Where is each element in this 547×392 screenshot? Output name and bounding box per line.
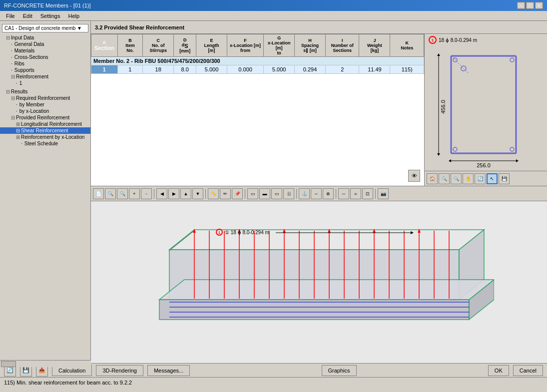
cell-stirrups: 18 (143, 65, 174, 74)
tool-anchor[interactable]: ⚓ (299, 188, 310, 199)
tool-rect3[interactable]: ▭ (271, 188, 282, 199)
sidebar-required-reinforcement[interactable]: ⊟ Required Reinforcement (0, 95, 90, 101)
cell-ds: 8.0 (174, 65, 196, 74)
sidebar-shear-reinforcement[interactable]: ⊟ Shear Reinforcement (0, 127, 90, 134)
tool-pan-up[interactable]: ▲ (180, 188, 191, 199)
beam-annotation: 1 ① 18 ϕ 8.0-0.294 m (216, 229, 269, 236)
sidebar-scrollbar[interactable] (0, 360, 91, 367)
tool-edit[interactable]: ✏ (220, 188, 231, 199)
tool-zoom-in[interactable]: + (129, 188, 140, 199)
cross-section-svg: 256.0 456.0 (436, 48, 536, 168)
sidebar-input-data[interactable]: ⊟ Input Data (0, 34, 90, 41)
col-i-header: INumber ofSections (325, 34, 359, 57)
tool-zoom-window[interactable]: 🔍 (105, 188, 116, 199)
col-g-header: Gx-Location [m]to (264, 34, 295, 57)
beam-3d-svg (144, 220, 494, 345)
reinforcement-table: ASection BItemNo. CNo. ofStirrups DdS[mm… (91, 34, 424, 74)
menu-bar: File Edit Settings Help (0, 11, 547, 21)
svg-text:456.0: 456.0 (440, 100, 446, 114)
tool-rect1[interactable]: ▭ (247, 188, 258, 199)
close-button[interactable]: × (535, 2, 543, 9)
eye-button[interactable]: 👁 (408, 170, 420, 182)
messages-button[interactable]: Messages... (147, 365, 190, 376)
cell-section: 1 (91, 65, 118, 74)
sidebar-results[interactable]: ⊟ Results (0, 88, 90, 95)
col-k-header: KNotes (390, 34, 424, 57)
col-f-header: Fx-Location [m]from (227, 34, 264, 57)
tool-camera[interactable]: 📷 (378, 188, 389, 199)
case-dropdown[interactable]: CA1 - Design of concrete memb ▼ (2, 24, 88, 32)
tool-snap[interactable]: ⊕ (323, 188, 334, 199)
status-bar: 115) Min. shear reinforcement for beam a… (0, 377, 547, 387)
col-j-header: JWeight[kg] (359, 34, 390, 57)
menu-help[interactable]: Help (64, 12, 83, 20)
menu-file[interactable]: File (2, 12, 19, 20)
tool-zoom-out[interactable]: - (141, 188, 152, 199)
tool-minus[interactable]: ─ (338, 188, 349, 199)
graphics-button[interactable]: Graphics (322, 365, 357, 376)
sidebar: CA1 - Design of concrete memb ▼ ⊟ Input … (0, 21, 91, 363)
tool-measure[interactable]: 📏 (208, 188, 219, 199)
svg-marker-20 (159, 300, 469, 320)
sidebar-by-member[interactable]: · by Member (0, 101, 90, 108)
cs-cursor-button[interactable]: ↖ (487, 173, 498, 184)
svg-marker-11 (437, 53, 440, 56)
separator-5 (336, 189, 336, 199)
sidebar-provided-reinforcement[interactable]: ⊟ Provided Reinforcement (0, 114, 90, 121)
col-d-header: DdS[mm] (174, 34, 196, 57)
cs-zoom-button[interactable]: 🔍 (439, 173, 450, 184)
col-h-header: HSpacings‖ [m] (295, 34, 326, 57)
separator-2 (205, 189, 206, 199)
tool-bars[interactable]: ⌸ (283, 188, 294, 199)
cell-spacing: 0.294 (295, 65, 326, 74)
tool-home[interactable]: 📄 (93, 188, 104, 199)
col-c-header: CNo. ofStirrups (143, 34, 174, 57)
separator-6 (375, 189, 376, 199)
minimize-button[interactable]: ─ (517, 2, 525, 9)
table-row[interactable]: 1 1 18 8.0 5.000 0.000 5.000 0.294 2 11.… (91, 65, 424, 74)
eye-icon: 👁 (412, 173, 417, 179)
tool-rect2[interactable]: ▬ (259, 188, 270, 199)
rendering-button[interactable]: 3D-Rendering (96, 365, 143, 376)
cs-save-button[interactable]: 💾 (499, 173, 510, 184)
sidebar-supports[interactable]: · Supports (0, 67, 90, 73)
menu-edit[interactable]: Edit (19, 12, 36, 20)
tool-pan-left[interactable]: ◀ (156, 188, 167, 199)
graphics-toolbar: 📄 🔍 🔍 + - ◀ ▶ ▲ ▼ 📏 ✏ 📌 ▭ ▬ ▭ ⌸ ⚓ ↔ ⊕ ─ (91, 186, 547, 201)
tool-zoom-all[interactable]: 🔍 (117, 188, 128, 199)
sidebar-cross-sections[interactable]: · Cross-Sections (0, 54, 90, 60)
scroll-thumb[interactable] (1, 361, 16, 367)
3d-view: 1 ① 18 ϕ 8.0-0.294 m (91, 201, 547, 363)
window-controls: ─ □ × (517, 2, 543, 9)
cs-rotate-button[interactable]: 🔄 (475, 173, 486, 184)
cell-length: 5.000 (196, 65, 227, 74)
annotation-arrow (276, 228, 416, 238)
cs-zoomout-button[interactable]: 🔍 (451, 173, 462, 184)
sidebar-materials[interactable]: · Materials (0, 47, 90, 54)
main-container: CA1 - Design of concrete memb ▼ ⊟ Input … (0, 21, 547, 363)
cs-home-button[interactable]: 🏠 (427, 173, 438, 184)
tool-section[interactable]: ⊡ (362, 188, 373, 199)
sidebar-reinforcement-by-x[interactable]: ⊞ Reinforcement by x-Location (0, 134, 90, 140)
maximize-button[interactable]: □ (526, 2, 534, 9)
tool-pan-down[interactable]: ▼ (192, 188, 203, 199)
cancel-button[interactable]: Cancel (513, 365, 543, 376)
menu-settings[interactable]: Settings (36, 12, 64, 20)
sidebar-reinforcement[interactable]: ⊟ Reinforcement (0, 73, 90, 80)
svg-marker-16 (411, 231, 414, 234)
tool-pan-right[interactable]: ▶ (168, 188, 179, 199)
cross-section-header: 1 18 ϕ 8.0-0.294 m (425, 34, 547, 46)
sidebar-general-data[interactable]: · General Data (0, 41, 90, 47)
cs-pan-button[interactable]: ✋ (463, 173, 474, 184)
ok-button[interactable]: OK (488, 365, 509, 376)
sidebar-steel-schedule[interactable]: · Steel Schedule (0, 140, 90, 147)
tool-dim[interactable]: ↔ (311, 188, 322, 199)
tool-select[interactable]: 📌 (232, 188, 243, 199)
sidebar-reinforcement-1[interactable]: · 1 (0, 80, 90, 86)
tool-equal[interactable]: = (350, 188, 361, 199)
cell-xto: 5.000 (264, 65, 295, 74)
sidebar-longitudinal[interactable]: ⊞ Longitudinal Reinforcement (0, 121, 90, 127)
sidebar-ribs[interactable]: · Ribs (0, 60, 90, 67)
cross-section-panel: 1 18 ϕ 8.0-0.294 m (425, 34, 547, 186)
sidebar-by-xlocation[interactable]: · by x-Location (0, 108, 90, 114)
